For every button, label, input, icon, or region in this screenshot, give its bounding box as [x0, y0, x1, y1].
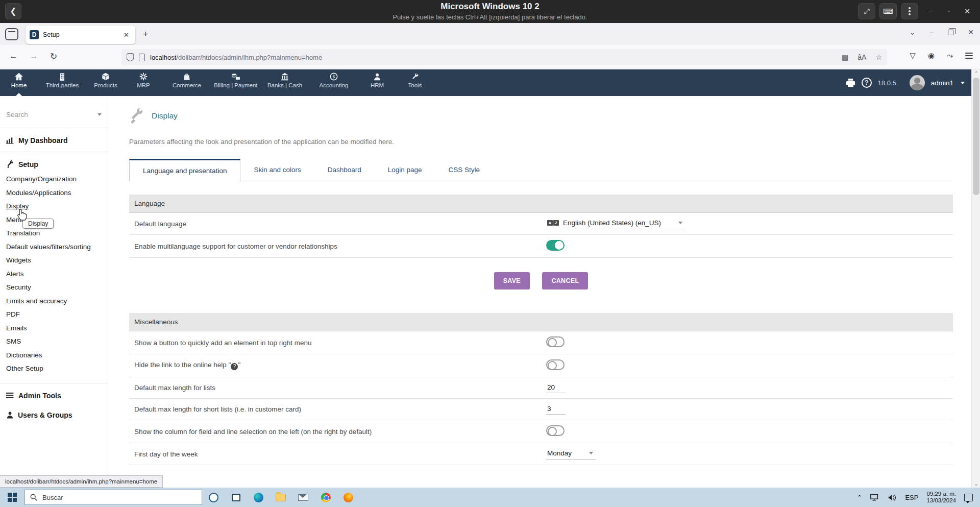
- new-tab-button[interactable]: +: [143, 29, 149, 40]
- sidebar-item-sms[interactable]: SMS: [6, 335, 108, 349]
- vm-close-button[interactable]: ✕: [959, 3, 976, 19]
- tab-close-icon[interactable]: ✕: [121, 31, 131, 39]
- sidebar-item-other-setup[interactable]: Other Setup: [6, 362, 108, 376]
- scrollbar[interactable]: ⌃ ⌄: [971, 69, 980, 488]
- sidebar-item-pdf[interactable]: PDF: [6, 308, 108, 322]
- firefox-button[interactable]: [337, 488, 359, 507]
- sidebar-item-modules[interactable]: Modules/Applications: [6, 186, 108, 200]
- max-short-lists-input[interactable]: 3: [546, 404, 566, 415]
- sidebar-item-limits[interactable]: Limits and accuracy: [6, 295, 108, 308]
- edge-icon: [254, 493, 263, 502]
- home-icon: [14, 73, 23, 81]
- taskbar-search[interactable]: Buscar: [24, 490, 202, 505]
- bookmark-star-icon[interactable]: ☆: [875, 53, 882, 61]
- sidebar-item-dictionaries[interactable]: Dictionaries: [6, 349, 108, 363]
- menu-banks-cash[interactable]: Banks | Cash: [260, 69, 309, 96]
- tab-language-presentation[interactable]: Language and presentation: [129, 159, 240, 181]
- sidebar-item-security[interactable]: Security: [6, 281, 108, 295]
- browser-tab[interactable]: D Setup ✕: [26, 26, 135, 44]
- menu-hrm[interactable]: HRM: [358, 69, 396, 96]
- sidebar-item-dashboard[interactable]: My Dashboard: [6, 136, 108, 144]
- menu-third-parties[interactable]: Third-parties: [38, 69, 87, 96]
- translate-icon[interactable]: âA: [857, 53, 866, 61]
- extensions-icon[interactable]: ⤳: [947, 51, 953, 60]
- file-explorer-button[interactable]: [270, 488, 292, 507]
- menu-products[interactable]: Products: [87, 69, 125, 96]
- vm-menu-button[interactable]: [901, 3, 918, 19]
- mail-button[interactable]: [292, 488, 314, 507]
- scroll-up-icon[interactable]: ⌃: [972, 70, 980, 76]
- sidebar-section-admin-tools[interactable]: Admin Tools: [6, 392, 108, 400]
- volume-icon[interactable]: [888, 494, 897, 501]
- left-column-toggle-off[interactable]: [546, 425, 565, 436]
- menu-home[interactable]: Home: [0, 69, 38, 96]
- language-indicator[interactable]: ESP: [905, 494, 918, 501]
- tab-dashboard[interactable]: Dashboard: [314, 159, 375, 181]
- cortana-button[interactable]: [202, 488, 225, 507]
- user-caret-icon[interactable]: [961, 82, 965, 84]
- print-icon[interactable]: [846, 79, 855, 87]
- sidebar-item-alerts[interactable]: Alerts: [6, 268, 108, 281]
- vm-maximize-button[interactable]: ▫: [940, 3, 958, 19]
- browser-minimize-button[interactable]: –: [929, 28, 934, 36]
- scrollbar-thumb[interactable]: [973, 78, 979, 195]
- account-icon[interactable]: ◉: [928, 51, 935, 60]
- menu-accounting[interactable]: $ Accounting: [309, 69, 358, 96]
- vm-keyboard-button[interactable]: ⌨: [879, 3, 897, 19]
- url-bar[interactable]: localhost/dolibarr/htdocs/admin/ihm.php?…: [121, 49, 887, 65]
- reader-mode-icon[interactable]: ▤: [842, 53, 848, 61]
- default-language-select[interactable]: AZ English (United States) (en_US): [546, 218, 685, 229]
- menu-billing-payment[interactable]: Billing | Payment: [211, 69, 260, 96]
- scroll-down-icon[interactable]: ⌄: [972, 481, 980, 487]
- tab-strip: Language and presentation Skin and color…: [129, 159, 953, 181]
- tab-login-page[interactable]: Login page: [375, 159, 435, 181]
- task-view-button[interactable]: [225, 488, 247, 507]
- sidebar-item-default-values[interactable]: Default values/filters/sorting: [6, 240, 108, 254]
- multilang-toggle-on[interactable]: [546, 240, 565, 251]
- menu-tools[interactable]: Tools: [396, 69, 434, 96]
- vm-minimize-button[interactable]: –: [922, 3, 939, 19]
- firefox-view-icon[interactable]: [5, 28, 18, 40]
- help-icon[interactable]: ?: [862, 78, 872, 88]
- action-center-icon[interactable]: [964, 494, 973, 501]
- menu-mrp[interactable]: MRP: [125, 69, 162, 96]
- edge-button[interactable]: [247, 488, 270, 507]
- quick-add-toggle-off[interactable]: [546, 336, 565, 347]
- browser-restore-button[interactable]: [948, 30, 953, 35]
- sidebar-section-setup[interactable]: Setup: [6, 160, 108, 168]
- sidebar-section-users-groups[interactable]: Users & Groups: [6, 411, 108, 419]
- forward-icon[interactable]: →: [30, 51, 38, 61]
- tray-expand-icon[interactable]: ⌃: [857, 494, 863, 501]
- sidebar-item-company[interactable]: Company/Organization: [6, 173, 108, 186]
- taskbar-clock[interactable]: 09:29 a. m. 13/03/2024: [926, 491, 956, 504]
- chrome-button[interactable]: [314, 488, 337, 507]
- tab-skin-colors[interactable]: Skin and colors: [240, 159, 314, 181]
- select-caret-icon: [678, 222, 682, 224]
- browser-close-button[interactable]: ✕: [968, 28, 974, 36]
- max-lists-input[interactable]: 20: [546, 382, 566, 393]
- menu-commerce[interactable]: Commerce: [162, 69, 211, 96]
- reload-icon[interactable]: ↻: [50, 51, 57, 62]
- hide-help-toggle-off[interactable]: [546, 359, 565, 370]
- tab-css-style[interactable]: CSS Style: [435, 159, 494, 181]
- avatar[interactable]: [910, 75, 925, 90]
- network-icon[interactable]: [870, 494, 879, 501]
- first-day-select[interactable]: Monday: [546, 448, 596, 460]
- browser-toolbar: ← → ↻ localhost/dolibarr/htdocs/admin/ih…: [0, 45, 980, 69]
- pocket-icon[interactable]: ▽: [910, 51, 916, 60]
- sidebar-item-widgets[interactable]: Widgets: [6, 254, 108, 268]
- cancel-button[interactable]: CANCEL: [542, 272, 588, 289]
- list-tabs-icon[interactable]: ⌄: [910, 28, 916, 36]
- app-menu-icon[interactable]: [965, 51, 973, 60]
- sidebar-item-translation[interactable]: Translation: [6, 227, 108, 240]
- tracking-shield-icon[interactable]: [127, 53, 134, 61]
- search-select[interactable]: Search: [6, 108, 102, 120]
- back-icon[interactable]: ←: [9, 51, 18, 61]
- site-info-icon[interactable]: [139, 54, 145, 61]
- vm-fullscreen-button[interactable]: ⤢: [858, 3, 875, 19]
- user-menu[interactable]: admin1: [931, 79, 953, 87]
- sidebar-item-emails[interactable]: Emails: [6, 322, 108, 335]
- save-button[interactable]: SAVE: [494, 272, 530, 289]
- select-caret-icon: [589, 452, 593, 454]
- start-button[interactable]: [0, 488, 24, 507]
